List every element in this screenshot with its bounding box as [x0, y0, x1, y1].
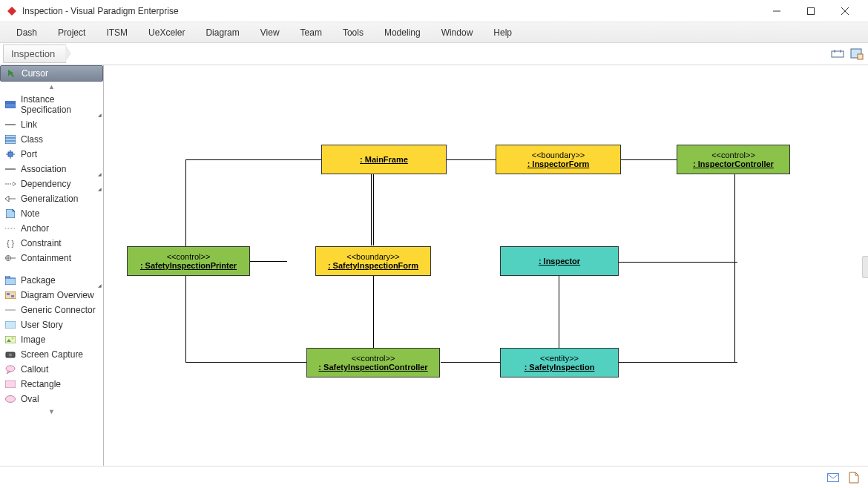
palette-rectangle[interactable]: Rectangle	[0, 377, 103, 392]
svg-rect-48	[828, 473, 839, 481]
connector[interactable]	[250, 261, 287, 262]
palette-cursor[interactable]: Cursor	[0, 65, 103, 82]
menu-itsm[interactable]: ITSM	[96, 23, 138, 42]
menu-view[interactable]: View	[250, 23, 290, 42]
palette-label: Association	[21, 164, 66, 174]
palette-constraint[interactable]: { } Constraint	[0, 236, 103, 251]
node-label: : MainFrame	[322, 155, 446, 164]
svg-marker-49	[849, 472, 858, 483]
palette-image[interactable]: Image	[0, 332, 103, 347]
node-safetyinspectionprinter[interactable]: <<control>> : SafetyInspectionPrinter	[127, 246, 250, 276]
palette-diagram-overview[interactable]: Diagram Overview	[0, 288, 103, 303]
connector[interactable]	[373, 174, 374, 245]
palette-label: Link	[21, 119, 37, 130]
menu-tools[interactable]: Tools	[332, 23, 374, 42]
constraint-icon: { }	[4, 239, 16, 248]
app-icon	[6, 5, 18, 17]
maximize-button[interactable]	[794, 1, 828, 22]
svg-rect-2	[808, 7, 815, 14]
minimize-button[interactable]	[760, 1, 794, 22]
window-title: Inspection - Visual Paradigm Enterprise	[22, 6, 760, 16]
palette-generalization[interactable]: Generalization	[0, 191, 103, 206]
svg-rect-17	[8, 152, 13, 156]
connector[interactable]	[619, 262, 737, 263]
port-icon	[4, 150, 16, 159]
palette-label: Screen Capture	[21, 349, 83, 360]
connector[interactable]	[621, 159, 677, 160]
node-inspector[interactable]: : Inspector	[500, 246, 619, 276]
mail-icon[interactable]	[826, 471, 840, 484]
menu-uexceler[interactable]: UeXceler	[138, 23, 195, 42]
palette-class[interactable]: Class	[0, 132, 103, 147]
svg-point-47	[6, 396, 16, 403]
breadcrumb-current[interactable]: Inspection	[3, 44, 66, 63]
svg-marker-0	[7, 7, 16, 16]
palette-label: Note	[21, 208, 39, 219]
palette-user-story[interactable]: User Story	[0, 317, 103, 332]
node-stereotype: <<boundary>>	[496, 151, 620, 159]
connector[interactable]	[734, 174, 735, 362]
node-inspectorform[interactable]: <<boundary>> : InspectorForm	[496, 145, 621, 174]
menu-team[interactable]: Team	[290, 23, 332, 42]
palette: Cursor ▲ Instance Specification Link Cla…	[0, 65, 104, 466]
side-panel-handle[interactable]	[862, 256, 868, 278]
connector[interactable]	[185, 275, 186, 362]
menu-help[interactable]: Help	[483, 23, 522, 42]
story-icon	[4, 320, 16, 329]
overview-icon	[4, 291, 16, 300]
oval-icon	[4, 395, 16, 403]
connector[interactable]	[371, 174, 372, 245]
connector[interactable]	[185, 159, 323, 160]
toolbar-icon-2[interactable]	[849, 46, 865, 62]
connector[interactable]	[619, 362, 737, 363]
connector[interactable]	[185, 159, 186, 260]
node-safetyinspection[interactable]: <<entity>> : SafetyInspection	[500, 348, 619, 377]
menu-window[interactable]: Window	[431, 23, 484, 42]
palette-anchor[interactable]: Anchor	[0, 221, 103, 236]
palette-label: Image	[21, 334, 45, 345]
svg-marker-26	[6, 209, 15, 218]
palette-label: User Story	[21, 320, 63, 330]
package-icon	[4, 276, 16, 285]
palette-link[interactable]: Link	[0, 117, 103, 132]
palette-dependency[interactable]: Dependency	[0, 177, 103, 191]
svg-rect-5	[832, 51, 844, 57]
palette-generic-connector[interactable]: Generic Connector	[0, 303, 103, 317]
palette-collapse-1[interactable]: ▲	[0, 82, 103, 92]
palette-port[interactable]: Port	[0, 147, 103, 162]
menu-modeling[interactable]: Modeling	[374, 23, 431, 42]
svg-rect-39	[5, 336, 16, 343]
doc-icon[interactable]	[847, 471, 861, 484]
palette-containment[interactable]: Containment	[0, 251, 103, 266]
node-inspectorcontroller[interactable]: <<control>> : InspectorController	[677, 145, 790, 174]
svg-marker-45	[7, 371, 10, 374]
menu-dash[interactable]: Dash	[6, 23, 47, 42]
palette-label: Generalization	[21, 194, 78, 204]
node-safetyinspectioncontroller[interactable]: <<control>> : SafetyInspectionController	[306, 348, 440, 377]
node-label: : SafetyInspectionForm	[316, 261, 430, 270]
connector[interactable]	[447, 159, 502, 160]
palette-label: Diagram Overview	[21, 290, 94, 300]
palette-instance-specification[interactable]: Instance Specification	[0, 92, 103, 117]
palette-note[interactable]: Note	[0, 206, 103, 221]
class-icon	[4, 135, 16, 144]
palette-label: Cursor	[22, 68, 48, 79]
palette-callout[interactable]: Callout	[0, 362, 103, 377]
menu-diagram[interactable]: Diagram	[195, 23, 249, 42]
palette-association[interactable]: Association	[0, 162, 103, 177]
palette-label: Callout	[21, 364, 48, 375]
diagram-canvas[interactable]: : MainFrame <<boundary>> : InspectorForm…	[104, 65, 868, 466]
menu-project[interactable]: Project	[47, 23, 96, 42]
close-button[interactable]	[828, 1, 862, 22]
connector[interactable]	[185, 362, 309, 363]
palette-expand-more[interactable]: ▼	[0, 406, 103, 417]
palette-oval[interactable]: Oval	[0, 392, 103, 406]
node-safetyinspectionform[interactable]: <<boundary>> : SafetyInspectionForm	[315, 246, 431, 276]
toolbar-icon-1[interactable]	[829, 46, 846, 62]
palette-package[interactable]: Package	[0, 273, 103, 288]
note-icon	[4, 209, 16, 218]
palette-screen-capture[interactable]: Screen Capture	[0, 347, 103, 362]
generalization-icon	[4, 194, 16, 203]
node-mainframe[interactable]: : MainFrame	[321, 145, 447, 174]
node-label: : Inspector	[501, 257, 618, 266]
